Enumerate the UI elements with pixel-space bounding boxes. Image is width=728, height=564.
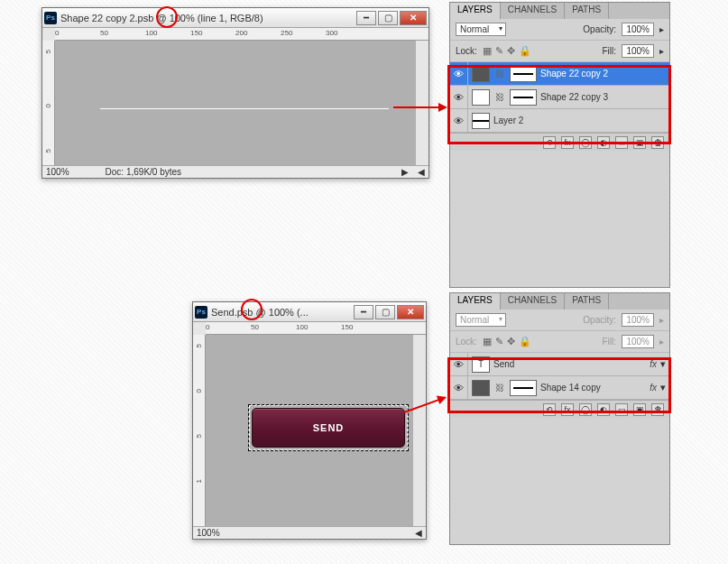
lock-all-icon[interactable]: 🔒 — [519, 336, 531, 347]
link-icon: ⛓ — [493, 92, 506, 102]
group-icon[interactable]: ▭ — [615, 136, 628, 149]
lock-move-icon[interactable]: ✥ — [507, 336, 515, 347]
blend-mode-dropdown[interactable]: Normal — [456, 23, 506, 36]
ruler-horizontal: 0 50 100 150 200 250 300 — [55, 28, 429, 41]
maximize-button[interactable]: ▢ — [378, 11, 398, 25]
group-icon[interactable]: ▭ — [615, 403, 628, 416]
panel-tabs: LAYERS CHANNELS PATHS — [450, 293, 669, 310]
document-window-1: Ps Shape 22 copy 2.psb @ 100% (line 1, R… — [41, 7, 429, 179]
mask-thumb — [510, 380, 537, 396]
opacity-value[interactable]: 100% — [622, 313, 654, 327]
fill-value[interactable]: 100% — [622, 44, 654, 58]
visibility-icon[interactable]: 👁 — [450, 353, 468, 376]
chevron-icon[interactable]: ▸ — [659, 315, 664, 325]
lock-paint-icon[interactable]: ✎ — [495, 45, 503, 57]
canvas[interactable] — [55, 41, 416, 165]
tab-paths[interactable]: PATHS — [565, 3, 609, 19]
lock-fill-row: Lock: ▦ ✎ ✥ 🔒 Fill: 100% ▸ — [450, 41, 669, 62]
mask-icon[interactable]: ◯ — [579, 403, 592, 416]
fx-badge[interactable]: fx — [650, 383, 657, 393]
layer-row[interactable]: 👁 ⛓ Shape 22 copy 2 — [450, 62, 669, 86]
layer-list: 👁 T Send fx ▾ 👁 ⛓ Shape 14 copy fx ▾ — [450, 353, 669, 400]
layer-name[interactable]: Layer 2 — [493, 116, 666, 125]
fx-icon[interactable]: fx — [561, 136, 574, 149]
zoom-value[interactable]: 100% — [197, 528, 220, 538]
lock-move-icon[interactable]: ✥ — [507, 45, 515, 57]
link-layers-icon[interactable]: ⟲ — [543, 136, 556, 149]
minimize-button[interactable]: ━ — [356, 11, 376, 25]
layer-thumb — [472, 89, 490, 106]
layer-name[interactable]: Shape 22 copy 2 — [540, 69, 666, 79]
lock-transparency-icon[interactable]: ▦ — [483, 336, 492, 347]
layer-row[interactable]: 👁 T Send fx ▾ — [450, 353, 669, 376]
lock-paint-icon[interactable]: ✎ — [495, 336, 503, 347]
trash-icon[interactable]: 🗑 — [651, 136, 664, 149]
blend-mode-dropdown[interactable]: Normal — [456, 313, 506, 327]
tab-layers[interactable]: LAYERS — [450, 293, 501, 310]
fill-label: Fill: — [602, 337, 616, 347]
blend-opacity-row: Normal Opacity: 100% ▸ — [450, 19, 669, 41]
adjustment-icon[interactable]: ◐ — [597, 136, 610, 149]
trash-icon[interactable]: 🗑 — [651, 403, 664, 416]
fx-icon[interactable]: fx — [561, 403, 574, 416]
annotation-arrow — [393, 106, 446, 108]
layer-name[interactable]: Shape 22 copy 3 — [540, 92, 666, 102]
tab-channels[interactable]: CHANNELS — [501, 3, 565, 19]
maximize-button[interactable]: ▢ — [375, 305, 395, 319]
opacity-value[interactable]: 100% — [622, 23, 654, 36]
mask-thumb — [510, 89, 537, 106]
visibility-icon[interactable]: 👁 — [450, 86, 468, 109]
visibility-icon[interactable]: 👁 — [450, 376, 468, 400]
link-icon: ⛓ — [493, 69, 506, 79]
panel-tabs: LAYERS CHANNELS PATHS — [450, 3, 669, 19]
minimize-button[interactable]: ━ — [354, 305, 373, 319]
layer-name[interactable]: Shape 14 copy — [540, 383, 646, 393]
link-layers-icon[interactable]: ⟲ — [543, 403, 556, 416]
fill-value[interactable]: 100% — [622, 335, 654, 348]
photoshop-icon: Ps — [44, 12, 57, 24]
layer-row[interactable]: 👁 Layer 2 — [450, 109, 669, 133]
lock-label: Lock: — [456, 46, 477, 56]
statusbar: 100% Doc: 1,69K/0 bytes ▶ ◀ — [42, 165, 429, 178]
opacity-label: Opacity: — [583, 24, 616, 34]
window-title: Shape 22 copy 2.psb @ 100% (line 1, RGB/… — [60, 13, 356, 23]
fx-chevron-icon[interactable]: ▾ — [660, 382, 666, 393]
tab-layers[interactable]: LAYERS — [450, 3, 501, 19]
titlebar[interactable]: Ps Send.psb @ 100% (... ━ ▢ ✕ — [193, 302, 426, 322]
lock-transparency-icon[interactable]: ▦ — [483, 45, 492, 57]
window-title: Send.psb @ 100% (... — [211, 307, 354, 318]
opacity-label: Opacity: — [583, 315, 616, 325]
titlebar[interactable]: Ps Shape 22 copy 2.psb @ 100% (line 1, R… — [42, 8, 429, 28]
chevron-icon[interactable]: ▸ — [659, 24, 664, 34]
new-layer-icon[interactable]: ▣ — [633, 136, 646, 149]
new-layer-icon[interactable]: ▣ — [633, 403, 646, 416]
visibility-icon[interactable]: 👁 — [450, 109, 468, 133]
fx-chevron-icon[interactable]: ▾ — [660, 358, 666, 370]
text-layer-thumb: T — [472, 356, 490, 373]
tab-channels[interactable]: CHANNELS — [501, 293, 565, 310]
canvas[interactable]: SEND — [206, 335, 413, 526]
fx-badge[interactable]: fx — [650, 359, 657, 369]
chevron-icon[interactable]: ▸ — [659, 46, 664, 56]
zoom-value[interactable]: 100% — [46, 167, 69, 177]
statusbar: 100% ◀ — [193, 526, 426, 539]
lock-all-icon[interactable]: 🔒 — [519, 45, 531, 57]
line-shape — [100, 108, 389, 109]
chevron-icon[interactable]: ▸ — [659, 337, 664, 347]
ruler-vertical: 5 0 5 1 — [193, 335, 206, 526]
panel-footer: ⟲ fx ◯ ◐ ▭ ▣ 🗑 — [450, 133, 669, 151]
layer-name[interactable]: Send — [493, 359, 646, 369]
layer-row[interactable]: 👁 ⛓ Shape 14 copy fx ▾ — [450, 376, 669, 400]
visibility-icon[interactable]: 👁 — [450, 62, 468, 86]
close-button[interactable]: ✕ — [400, 11, 427, 25]
close-button[interactable]: ✕ — [397, 305, 424, 319]
link-icon: ⛓ — [493, 383, 506, 393]
adjustment-icon[interactable]: ◐ — [597, 403, 610, 416]
layer-thumb — [472, 66, 490, 82]
layer-row[interactable]: 👁 ⛓ Shape 22 copy 3 — [450, 86, 669, 109]
mask-icon[interactable]: ◯ — [579, 136, 592, 149]
panel-footer: ⟲ fx ◯ ◐ ▭ ▣ 🗑 — [450, 400, 669, 418]
lock-label: Lock: — [456, 337, 477, 347]
tab-paths[interactable]: PATHS — [565, 293, 609, 310]
send-button-text: SEND — [313, 422, 345, 433]
